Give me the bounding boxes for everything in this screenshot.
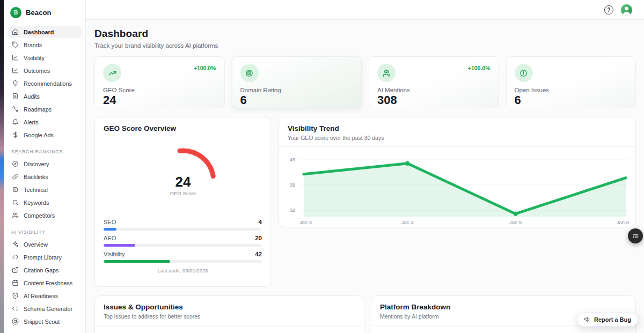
bar-value: 20 bbox=[255, 235, 262, 241]
sidebar-item-competitors[interactable]: Competitors bbox=[8, 209, 82, 221]
sidebar-item-roadmaps[interactable]: Roadmaps bbox=[8, 103, 82, 115]
wallpaper-strip bbox=[0, 0, 4, 333]
sidebar-item-alerts[interactable]: Alerts bbox=[8, 116, 82, 128]
gauge-arc bbox=[180, 151, 213, 176]
score-bar-seo: SEO4 bbox=[104, 219, 262, 231]
brand-logo[interactable]: B Beacon bbox=[4, 0, 85, 25]
last-audit-text: Last audit: 03/01/2026 bbox=[95, 268, 270, 273]
sidebar-item-outcomes[interactable]: Outcomes bbox=[8, 64, 82, 77]
sidebar-nav: DashboardBrandsVisibilityOutcomesRecomme… bbox=[4, 25, 85, 328]
dollar-icon bbox=[12, 131, 19, 138]
search-icon bbox=[12, 199, 19, 206]
brand-logo-icon: B bbox=[10, 7, 21, 18]
stat-change-badge: +100.0% bbox=[468, 65, 491, 71]
cpu-icon bbox=[12, 186, 19, 193]
stat-change-badge: +100.0% bbox=[194, 65, 216, 71]
sidebar-item-visibility[interactable]: Visibility bbox=[8, 51, 82, 64]
sidebar-item-label: Schema Generator bbox=[24, 306, 72, 312]
user-icon bbox=[621, 4, 632, 16]
stat-card-geo-score[interactable]: +100.0%GEO Score24 bbox=[94, 56, 225, 108]
sidebar-item-citation-gaps[interactable]: Citation Gaps bbox=[8, 264, 82, 276]
sidebar-item-ai-readiness[interactable]: AI Readiness bbox=[8, 290, 82, 302]
geo-card-header: GEO Score Overview bbox=[95, 117, 270, 138]
sidebar-item-overview[interactable]: Overview bbox=[8, 238, 82, 250]
sidebar-item-backlinks[interactable]: Backlinks bbox=[8, 171, 82, 183]
sidebar-item-label: Backlinks bbox=[24, 174, 48, 180]
megaphone-icon bbox=[584, 316, 591, 323]
stat-label: Open Issues bbox=[515, 87, 628, 93]
link-icon bbox=[12, 173, 19, 180]
issues-card-header: Issues & Opportunities Top issues to add… bbox=[95, 296, 364, 325]
stat-card-domain-rating[interactable]: Domain Rating6 bbox=[232, 56, 362, 108]
report-a-bug-button[interactable]: Report a Bug bbox=[577, 312, 638, 327]
sidebar-item-audits[interactable]: Audits bbox=[8, 90, 82, 102]
bell-icon bbox=[12, 119, 19, 125]
sidebar-item-dashboard[interactable]: Dashboard bbox=[8, 26, 82, 38]
sidebar-item-label: Outcomes bbox=[24, 68, 50, 74]
sidebar-item-snippet-scout[interactable]: Snippet Scout bbox=[8, 315, 82, 328]
sidebar-item-label: Brands bbox=[24, 42, 42, 48]
feedback-lines-icon bbox=[631, 232, 640, 240]
stat-label: GEO Score bbox=[103, 87, 216, 93]
sidebar-item-label: Content Freshness bbox=[24, 280, 72, 286]
bar-track bbox=[104, 228, 262, 231]
geo-score-overview-card: GEO Score Overview 24GEO Score SEO4AEO20… bbox=[94, 117, 271, 287]
stat-card-ai-mentions[interactable]: +100.0%AI Mentions308 bbox=[369, 56, 499, 108]
sidebar-item-label: Citation Gaps bbox=[24, 267, 58, 273]
x-axis-tick: Jan 6 bbox=[617, 219, 629, 225]
geo-card-title: GEO Score Overview bbox=[104, 124, 262, 132]
stat-icon-circle bbox=[240, 64, 259, 82]
topbar: ? bbox=[86, 0, 644, 20]
users-icon bbox=[383, 69, 391, 77]
gauge-score: 24 bbox=[175, 174, 191, 190]
sidebar-item-content-freshness[interactable]: Content Freshness bbox=[8, 277, 82, 289]
feedback-widget-button[interactable] bbox=[628, 228, 643, 243]
stat-value: 308 bbox=[377, 94, 491, 107]
avatar[interactable] bbox=[621, 4, 632, 16]
bar-fill bbox=[104, 228, 116, 231]
issues-card-title: Issues & Opportunities bbox=[104, 303, 355, 311]
y-axis-tick: 46 bbox=[289, 157, 295, 162]
users-icon bbox=[12, 212, 19, 219]
sidebar-item-brands[interactable]: Brands bbox=[8, 39, 82, 51]
trend-card-subtitle: Your GEO score over the past 30 days bbox=[288, 135, 627, 141]
stat-card-open-issues[interactable]: Open Issues6 bbox=[506, 56, 636, 108]
trend-card-header: Visibility Trend Your GEO score over the… bbox=[279, 117, 635, 147]
bar-value: 4 bbox=[259, 219, 262, 225]
sidebar-item-label: Overview bbox=[24, 241, 48, 248]
at-sign-icon bbox=[12, 318, 19, 325]
stat-value: 6 bbox=[515, 94, 628, 107]
x-axis-tick: Jan 3 bbox=[299, 219, 312, 225]
sidebar-item-schema-generator[interactable]: Schema Generator bbox=[8, 302, 82, 315]
external-link-icon bbox=[12, 267, 19, 273]
sidebar-section-search-rankings: SEARCH RANKINGS bbox=[11, 149, 79, 154]
bar-label: Visibility bbox=[104, 251, 125, 257]
sidebar-item-label: Discovery bbox=[24, 161, 49, 167]
sidebar-item-label: Roadmaps bbox=[24, 106, 52, 113]
page-subtitle: Track your brand visibility across AI pl… bbox=[94, 42, 636, 49]
platform-card-title: Platform Breakdown bbox=[380, 303, 627, 311]
brand-name: Beacon bbox=[26, 9, 52, 17]
dashboard-content: Dashboard Track your brand visibility ac… bbox=[86, 20, 644, 333]
sidebar-item-keywords[interactable]: Keywords bbox=[8, 196, 82, 209]
sidebar-item-prompt-library[interactable]: Prompt Library bbox=[8, 251, 82, 263]
help-icon[interactable]: ? bbox=[604, 5, 613, 14]
score-bar-aeo: AEO20 bbox=[104, 235, 262, 247]
stat-value: 24 bbox=[103, 94, 216, 107]
bar-track bbox=[104, 260, 262, 263]
sidebar-item-label: Technical bbox=[24, 187, 48, 193]
sidebar-item-label: Visibility bbox=[24, 55, 45, 61]
bar-track bbox=[104, 244, 262, 247]
sidebar-item-google-ads[interactable]: Google Ads bbox=[8, 129, 82, 141]
sidebar-item-label: Keywords bbox=[24, 199, 49, 206]
x-axis-tick: Jan 5 bbox=[509, 219, 522, 225]
sidebar-item-recommendations[interactable]: Recommendations bbox=[8, 77, 82, 90]
sidebar-item-technical[interactable]: Technical bbox=[8, 183, 82, 196]
sidebar-item-label: Competitors bbox=[24, 212, 55, 219]
sparkles-icon bbox=[12, 241, 19, 248]
x-axis-tick: Jan 4 bbox=[401, 219, 414, 225]
sidebar-item-label: Google Ads bbox=[24, 132, 54, 138]
sidebar-item-discovery[interactable]: Discovery bbox=[8, 158, 82, 170]
trend-point bbox=[513, 212, 517, 216]
page-title: Dashboard bbox=[94, 28, 636, 40]
